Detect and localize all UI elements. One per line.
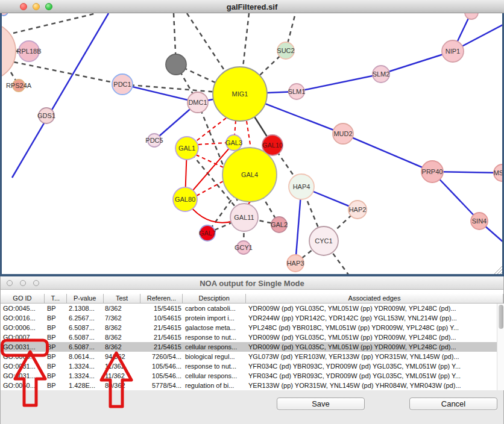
column-header-desciption[interactable]: Desciption [183, 294, 246, 303]
node-label-PDC5: PDC5 [145, 137, 163, 144]
scrollbar-thumb[interactable] [499, 305, 503, 329]
table-row[interactable]: GO:0031...BP1.3324...11/362105/546...cel… [1, 371, 497, 381]
edge-red-dashed [197, 181, 224, 196]
node-label-GAL1: GAL1 [178, 145, 195, 152]
cell: 10/54615 [141, 313, 183, 323]
table-row[interactable]: GO:0031...BP6.5087...8/36221/54615cellul… [1, 342, 497, 352]
cell: cellular respons... [183, 342, 247, 352]
cell: response to nut... [183, 361, 247, 371]
node-label-GAL80: GAL80 [175, 196, 195, 203]
table-row[interactable]: GO:0065...BP8.0614...94/3627260/54...bio… [1, 352, 497, 361]
node-big-left[interactable] [0, 22, 16, 80]
node-label-SUC2: SUC2 [277, 47, 294, 54]
table-body: GO:0045...BP2.1308...8/36215/54615carbon… [1, 304, 503, 390]
node-label-DMC1: DMC1 [188, 99, 207, 106]
window-title: galFiltered.sif [0, 2, 504, 11]
node-label-GAL11: GAL11 [234, 214, 254, 221]
cell: 1.428E... [67, 381, 104, 390]
cell: 6.5087... [67, 332, 104, 342]
cell: cellular respons... [183, 371, 247, 381]
cell: BP [45, 304, 67, 313]
cell: BP [45, 371, 67, 381]
column-header-p-value[interactable]: P-value [67, 294, 104, 303]
node-label-MUD2: MUD2 [333, 130, 352, 137]
cell: GO:0031... [1, 371, 45, 381]
column-header-associated-edges[interactable]: Associated edges [246, 294, 503, 303]
node-label-GAL7: GAL7 [199, 229, 216, 237]
cell: 21/54615 [141, 342, 183, 352]
cell: GO:0065... [1, 352, 45, 361]
node-label-SIN4: SIN4 [472, 217, 487, 225]
cell: BP [45, 323, 67, 332]
cell: 21/54615 [141, 323, 183, 332]
cell: response to nut... [183, 332, 247, 342]
table-header: GO IDT...P-valueTestReferen...Desciption… [1, 294, 503, 304]
node-label-SLM2: SLM2 [373, 70, 390, 78]
noa-window-title: NOA output for Single Mode [1, 279, 503, 288]
cell: YDR009W (pd) YGL035C, YML051W (pp) YDR00… [247, 304, 497, 313]
noa-output-window: NOA output for Single Mode GO IDT...P-va… [0, 276, 504, 424]
window-border [0, 274, 504, 276]
cell: 15/54615 [141, 304, 183, 313]
cell: 105/546... [141, 371, 183, 381]
node-label-GDS1: GDS1 [37, 112, 55, 119]
noa-window-titlebar[interactable]: NOA output for Single Mode [1, 276, 503, 290]
network-window: galFiltered.sif RPL18BRPS24AGDS1PDC1DMC1… [0, 0, 504, 276]
cell: YDR009W (pd) YGL035C, YML051W (pp) YDR00… [247, 342, 497, 352]
table-row[interactable]: GO:0007...BP6.5087...8/36221/54615respon… [1, 332, 497, 342]
node-topright[interactable] [465, 13, 478, 19]
cell: YER133W (pp) YOR315W, YNL145W (pd) YHR08… [247, 381, 497, 390]
cell: GO:0045... [1, 304, 45, 313]
cell: 21/54615 [141, 332, 183, 342]
table-row[interactable]: GO:0050...BP1.428E...80/3625778/54...reg… [1, 381, 497, 390]
cell: 8.0614... [67, 352, 104, 361]
table-row[interactable]: GO:0045...BP2.1308...8/36215/54615carbon… [1, 304, 497, 313]
node-gray[interactable] [166, 54, 186, 75]
table-row[interactable]: GO:0031...BP1.3324...11/362105/546...res… [1, 361, 497, 371]
node-label-HAP3: HAP3 [287, 260, 304, 267]
cell: 6.5087... [67, 342, 104, 352]
cell: GO:0016... [1, 313, 45, 323]
cell: YFR034C (pd) YBR093C, YDR009W (pd) YGL03… [247, 371, 497, 381]
cell: GO:0050... [1, 381, 45, 390]
cell: 105/546... [141, 361, 183, 371]
node-label-HAP2: HAP2 [349, 206, 367, 213]
node-label-MIG1: MIG1 [232, 90, 248, 98]
cell: 8/362 [104, 323, 141, 332]
cell: BP [45, 352, 67, 361]
column-header-go-id[interactable]: GO ID [1, 294, 45, 303]
network-window-titlebar[interactable]: galFiltered.sif [0, 0, 504, 13]
cell: BP [45, 361, 67, 371]
column-header-referen[interactable]: Referen... [140, 294, 183, 303]
cell: 8/362 [104, 304, 141, 313]
network-canvas[interactable]: RPL18BRPS24AGDS1PDC1DMC1MIG1SUC2SLM1SLM2… [0, 13, 504, 276]
cell: protein import i... [183, 313, 247, 323]
save-button[interactable]: Save [277, 398, 365, 410]
cell: 8/362 [104, 342, 141, 352]
cell: 94/362 [104, 352, 141, 361]
column-header-test[interactable]: Test [104, 294, 141, 303]
vertical-scrollbar[interactable] [497, 304, 504, 390]
column-header-t[interactable]: T... [45, 294, 67, 303]
network-graph: RPL18BRPS24AGDS1PDC1DMC1MIG1SUC2SLM1SLM2… [0, 13, 504, 276]
cell: BP [45, 313, 67, 323]
cell: biological regul... [183, 352, 247, 361]
cell: 1.3324... [67, 371, 104, 381]
cell: 7/362 [104, 313, 141, 323]
window-border [0, 13, 2, 276]
cancel-button[interactable]: Cancel [409, 398, 497, 410]
cell: YPL248C (pd) YBR018C, YML051W (pp) YDR00… [247, 323, 497, 332]
cell: 2.1308... [67, 304, 104, 313]
edge-pp [12, 13, 109, 178]
node-label-CYC1: CYC1 [315, 237, 332, 245]
cell: 8/362 [104, 332, 141, 342]
cell: 1.3324... [67, 361, 104, 371]
table-row[interactable]: GO:0016...BP6.2567...7/36210/54615protei… [1, 313, 497, 323]
cell: BP [45, 332, 67, 342]
cell: YGL073W (pd) YER103W, YER133W (pp) YOR31… [247, 352, 497, 361]
edge-pp [297, 74, 381, 92]
table-row[interactable]: GO:0006...BP6.5087...8/36221/54615galact… [1, 323, 497, 332]
node-label-HAP4: HAP4 [293, 183, 310, 190]
cell: 11/362 [104, 361, 141, 371]
node-label-NIP1: NIP1 [446, 48, 460, 55]
